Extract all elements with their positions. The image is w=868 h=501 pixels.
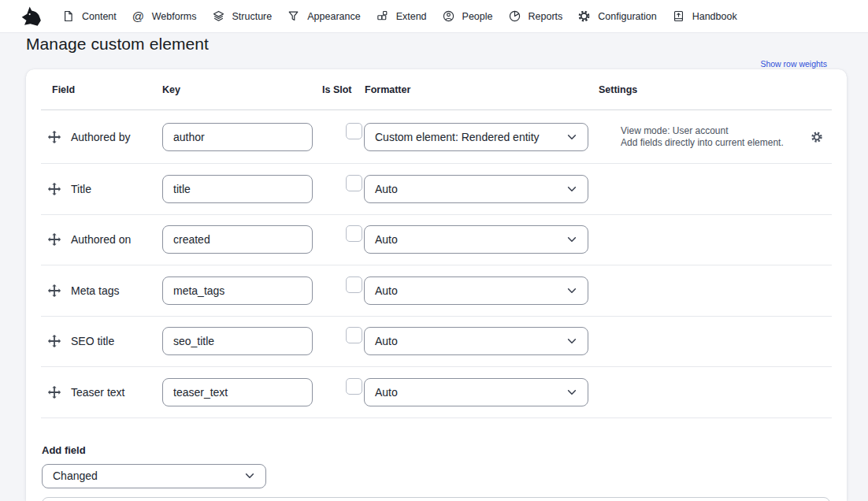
toolbar-label: Reports (529, 11, 563, 22)
formatter-select[interactable]: Auto (364, 327, 588, 355)
field-label: Meta tags (71, 284, 162, 297)
filter-icon (287, 9, 300, 23)
pie-chart-icon (508, 9, 521, 23)
table-row: SEO title Auto (26, 317, 847, 367)
screen: Content @ Webforms Structure Appearance … (0, 0, 868, 501)
formatter-selected-value: Custom element: Rendered entity (375, 131, 540, 143)
toolbar-item-content[interactable]: Content (61, 9, 117, 23)
field-label: Authored on (71, 233, 162, 246)
toolbar-label: People (462, 11, 493, 22)
table-row: Authored on Auto (26, 215, 847, 265)
toolbar-item-webforms[interactable]: @ Webforms (132, 9, 197, 23)
settings-line: View mode: User account (621, 125, 729, 136)
book-icon (672, 9, 685, 23)
is-slot-checkbox[interactable] (346, 123, 362, 139)
admin-toolbar: Content @ Webforms Structure Appearance … (0, 0, 868, 33)
column-header-key: Key (162, 84, 322, 95)
formatter-settings-gear-icon[interactable] (811, 131, 823, 143)
clipped-bottom-field[interactable] (42, 497, 830, 501)
drag-handle-icon[interactable] (47, 334, 61, 348)
page-title: Manage custom element (26, 35, 209, 54)
chevron-down-icon (244, 470, 255, 481)
is-slot-checkbox[interactable] (346, 175, 362, 191)
add-field-select[interactable]: Changed (42, 464, 266, 488)
field-label: Authored by (71, 131, 162, 143)
toolbar-item-extend[interactable]: Extend (376, 9, 427, 23)
key-input[interactable] (162, 225, 313, 254)
toolbar-label: Content (82, 11, 117, 22)
formatter-select[interactable]: Auto (364, 276, 588, 305)
key-input[interactable] (162, 276, 313, 305)
field-label: Teaser text (71, 386, 162, 399)
table-row: Teaser text Auto (26, 367, 847, 418)
field-label: Title (71, 183, 162, 195)
toolbar-label: Appearance (307, 11, 360, 22)
add-field-label: Add field (42, 444, 847, 456)
drag-handle-icon[interactable] (47, 284, 61, 298)
column-header-is-slot: Is Slot (322, 84, 365, 95)
toolbar-label: Configuration (598, 11, 656, 22)
drag-handle-icon[interactable] (47, 182, 61, 196)
key-input[interactable] (162, 327, 313, 355)
at-icon: @ (132, 9, 145, 23)
toolbar-item-reports[interactable]: Reports (508, 9, 563, 23)
column-header-field: Field (52, 84, 162, 95)
formatter-select[interactable]: Custom element: Rendered entity (364, 123, 588, 151)
toolbar-label: Handbook (692, 11, 737, 22)
chevron-down-icon (566, 132, 577, 143)
blocks-icon (376, 9, 389, 23)
is-slot-checkbox[interactable] (346, 276, 362, 293)
key-input[interactable] (162, 175, 313, 203)
table-row: Meta tags Auto (26, 265, 847, 316)
formatter-select[interactable]: Auto (364, 225, 588, 254)
is-slot-checkbox[interactable] (346, 225, 362, 242)
chevron-down-icon (566, 234, 577, 245)
person-icon (442, 9, 455, 23)
drag-handle-icon[interactable] (47, 232, 61, 247)
layers-icon (212, 9, 225, 23)
formatter-selected-value: Auto (375, 335, 398, 347)
formatter-selected-value: Auto (375, 183, 398, 195)
toolbar-item-people[interactable]: People (442, 9, 493, 23)
manage-fields-card: Field Key Is Slot Formatter Settings Aut… (26, 69, 847, 501)
toolbar-item-configuration[interactable]: Configuration (577, 9, 656, 23)
settings-line: Add fields directly into current element… (621, 137, 784, 148)
formatter-select[interactable]: Auto (364, 175, 588, 203)
chevron-down-icon (566, 285, 577, 296)
table-row: Title Auto (26, 164, 847, 214)
toolbar-label: Structure (232, 11, 273, 22)
add-field-section: Add field Changed (26, 418, 847, 488)
drag-handle-icon[interactable] (47, 130, 61, 144)
formatter-selected-value: Auto (375, 284, 398, 297)
formatter-settings-summary: View mode: User account Add fields direc… (610, 125, 802, 149)
site-logo[interactable] (20, 4, 44, 29)
table-row: Authored by Custom element: Rendered ent… (26, 110, 847, 163)
key-input[interactable] (162, 378, 313, 406)
chevron-down-icon (566, 336, 577, 347)
formatter-selected-value: Auto (375, 233, 398, 246)
toolbar-item-appearance[interactable]: Appearance (287, 9, 360, 23)
is-slot-checkbox[interactable] (346, 327, 362, 343)
document-icon (61, 9, 75, 23)
table-header-row: Field Key Is Slot Formatter Settings (26, 69, 847, 110)
formatter-select[interactable]: Auto (364, 378, 588, 406)
key-input[interactable] (162, 123, 313, 151)
field-label: SEO title (71, 335, 162, 347)
gear-icon (577, 9, 591, 23)
column-header-settings: Settings (599, 84, 847, 95)
column-header-formatter: Formatter (365, 84, 599, 95)
show-row-weights-link[interactable]: Show row weights (760, 59, 827, 69)
toolbar-item-handbook[interactable]: Handbook (672, 9, 737, 23)
formatter-selected-value: Auto (375, 386, 398, 399)
toolbar-item-structure[interactable]: Structure (212, 9, 273, 23)
toolbar-label: Extend (396, 11, 427, 22)
chevron-down-icon (566, 387, 577, 398)
toolbar-label: Webforms (152, 11, 197, 22)
wolf-logo-icon (20, 5, 44, 28)
is-slot-checkbox[interactable] (346, 378, 362, 395)
drag-handle-icon[interactable] (47, 385, 61, 399)
add-field-selected-value: Changed (53, 469, 98, 482)
chevron-down-icon (566, 184, 577, 195)
